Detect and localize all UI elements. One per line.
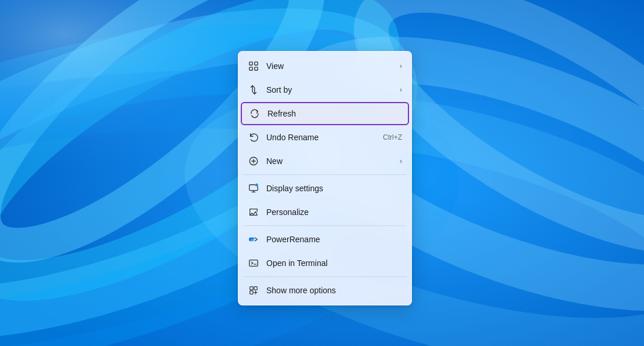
terminal-icon [248, 257, 259, 269]
menu-item-refresh[interactable]: Refresh [241, 102, 409, 125]
menu-divider-personalize [243, 225, 407, 226]
personalize-icon [248, 206, 259, 218]
menu-item-personalize[interactable]: Personalize [241, 201, 409, 224]
menu-item-power-rename[interactable]: AB PowerRename [241, 228, 409, 251]
menu-item-label-sort-by: Sort by [266, 85, 395, 94]
new-icon [248, 155, 259, 167]
menu-item-label-refresh: Refresh [267, 109, 401, 118]
context-menu: View› Sort by› Refresh Undo RenameCtrl+Z… [238, 51, 412, 305]
menu-item-label-show-more-options: Show more options [266, 286, 402, 295]
sort-icon [248, 84, 259, 96]
menu-item-label-personalize: Personalize [266, 207, 402, 217]
menu-item-show-more-options[interactable]: Show more options [241, 279, 409, 302]
menu-item-label-power-rename: PowerRename [266, 235, 402, 244]
menu-item-label-undo-rename: Undo Rename [266, 133, 371, 142]
svg-rect-11 [255, 62, 258, 65]
menu-item-label-new: New [266, 156, 395, 166]
svg-rect-24 [249, 260, 258, 267]
svg-rect-13 [255, 67, 258, 70]
menu-item-arrow-view: › [400, 62, 402, 70]
svg-rect-10 [249, 62, 252, 65]
menu-item-display-settings[interactable]: Display settings [241, 177, 409, 200]
more-options-icon [248, 285, 259, 296]
svg-rect-26 [250, 287, 253, 290]
svg-point-20 [255, 183, 258, 186]
menu-divider-open-terminal [243, 276, 407, 277]
menu-item-label-view: View [266, 61, 395, 71]
svg-text:AB: AB [251, 239, 255, 242]
menu-item-label-open-terminal: Open in Terminal [266, 258, 402, 268]
svg-rect-28 [250, 291, 253, 294]
menu-item-sort-by[interactable]: Sort by› [241, 78, 409, 101]
context-menu-overlay: View› Sort by› Refresh Undo RenameCtrl+Z… [0, 0, 644, 346]
undo-icon [248, 132, 259, 143]
refresh-icon [249, 108, 261, 119]
svg-rect-27 [254, 287, 257, 290]
menu-item-arrow-sort-by: › [400, 86, 402, 94]
svg-rect-12 [249, 67, 252, 70]
grid-icon [248, 60, 259, 72]
menu-item-view[interactable]: View› [241, 54, 409, 78]
menu-item-arrow-new: › [400, 157, 402, 165]
display-icon [248, 183, 259, 194]
menu-item-label-display-settings: Display settings [266, 184, 402, 193]
menu-item-shortcut-undo-rename: Ctrl+Z [383, 133, 402, 141]
menu-divider-new [243, 174, 407, 175]
menu-item-new[interactable]: New› [241, 150, 409, 173]
menu-item-undo-rename[interactable]: Undo RenameCtrl+Z [241, 126, 409, 149]
power-rename-icon: AB [248, 234, 259, 245]
menu-item-open-terminal[interactable]: Open in Terminal [241, 252, 409, 275]
